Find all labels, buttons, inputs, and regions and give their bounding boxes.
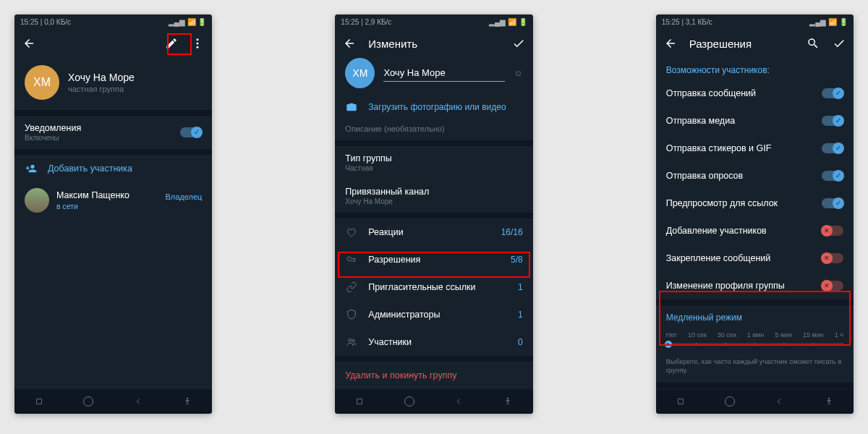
perm-row-4[interactable]: Предпросмотр для ссылок xyxy=(656,190,854,217)
perm-toggle[interactable] xyxy=(822,198,843,208)
admins-row[interactable]: Администраторы 1 xyxy=(335,301,532,328)
members-row[interactable]: Участники 0 xyxy=(335,328,532,356)
confirm-icon[interactable] xyxy=(832,36,846,51)
perm-row-5[interactable]: Добавление участников xyxy=(656,217,854,244)
upload-photo-row[interactable]: Загрузить фотографию или видео xyxy=(335,94,532,120)
linked-channel-row[interactable]: Привязанный канал Хочу На Море xyxy=(335,179,532,213)
status-icons: ▂▄▆ 📶 🔋 xyxy=(809,18,848,26)
notifications-row[interactable]: Уведомления Включены xyxy=(14,116,212,149)
nav-accessibility[interactable] xyxy=(818,391,840,412)
notifications-state: Включены xyxy=(25,134,170,142)
svg-point-2 xyxy=(197,46,199,48)
perm-row-0[interactable]: Отправка сообщений xyxy=(656,80,854,107)
link-icon xyxy=(345,281,358,293)
delete-group-row[interactable]: Удалить и покинуть группу xyxy=(335,362,532,389)
appbar-title: Изменить xyxy=(368,38,499,50)
perm-row-7[interactable]: Изменение профиля группы xyxy=(656,272,854,299)
group-type-value: Частная xyxy=(345,164,522,172)
edit-icon[interactable] xyxy=(164,36,179,51)
nav-home[interactable] xyxy=(719,391,741,412)
slow-mode-slider[interactable]: Нет10 сек30 сек1 мин5 мин15 мин1 ч xyxy=(656,327,854,353)
reactions-row[interactable]: Реакции 16/16 xyxy=(335,218,532,246)
perm-toggle[interactable] xyxy=(822,143,843,153)
perm-label: Добавление участников xyxy=(666,226,812,236)
add-member-label: Добавить участника xyxy=(48,163,132,174)
svg-point-6 xyxy=(507,398,509,399)
nav-accessibility[interactable] xyxy=(497,391,519,412)
perm-label: Изменение профиля группы xyxy=(666,281,812,291)
back-icon[interactable] xyxy=(342,36,357,51)
linked-channel-label: Привязанный канал xyxy=(345,187,522,197)
perm-toggle[interactable] xyxy=(822,281,843,291)
group-type-row[interactable]: Тип группы Частная xyxy=(335,146,532,179)
perm-toggle[interactable] xyxy=(822,88,843,98)
perm-label: Отправка стикеров и GIF xyxy=(666,143,812,153)
perm-toggle[interactable] xyxy=(822,253,843,263)
members-value: 0 xyxy=(518,337,523,347)
add-user-icon xyxy=(25,163,38,174)
avatar[interactable]: ХМ xyxy=(25,65,59,100)
permissions-row[interactable]: Разрешения 5/8 xyxy=(335,246,532,273)
nav-home[interactable] xyxy=(77,391,99,412)
description-input[interactable]: Описание (необязательно) xyxy=(335,120,532,140)
perm-toggle[interactable] xyxy=(822,226,843,236)
svg-point-0 xyxy=(197,38,199,41)
svg-point-4 xyxy=(349,339,352,341)
nav-recent[interactable] xyxy=(670,391,692,412)
group-title-block: Хочу На Море частная группа xyxy=(68,72,135,93)
reactions-value: 16/16 xyxy=(501,227,523,237)
group-name-input[interactable] xyxy=(383,64,505,82)
phone-1-group-info: 15:25 | 0,0 КБ/с ▂▄▆ 📶 🔋 ХМ Хочу На Море… xyxy=(14,14,212,414)
camera-icon xyxy=(345,101,358,113)
statusbar: 15:25 | 2,9 КБ/с ▂▄▆ 📶 🔋 xyxy=(335,14,532,29)
nav-home[interactable] xyxy=(399,391,420,412)
nav-back[interactable] xyxy=(127,391,149,412)
invite-links-label: Пригласительные ссылки xyxy=(368,282,508,292)
add-member-row[interactable]: Добавить участника xyxy=(14,155,212,182)
perm-row-1[interactable]: Отправка медиа xyxy=(656,107,854,135)
status-speed: 2,9 КБ/с xyxy=(365,18,392,26)
svg-point-1 xyxy=(197,43,199,45)
search-icon[interactable] xyxy=(806,36,820,51)
perm-row-6[interactable]: Закрепление сообщений xyxy=(656,244,854,272)
nav-accessibility[interactable] xyxy=(176,391,198,412)
group-header: ХМ Хочу На Море частная группа xyxy=(14,58,212,110)
perm-row-2[interactable]: Отправка стикеров и GIF xyxy=(656,135,854,162)
notifications-toggle[interactable] xyxy=(180,127,202,137)
linked-channel-value: Хочу На Море xyxy=(345,197,522,205)
phone-2-edit-group: 15:25 | 2,9 КБ/с ▂▄▆ 📶 🔋 Изменить ХМ ☺ З… xyxy=(335,14,532,414)
member-avatar xyxy=(25,188,49,213)
confirm-icon[interactable] xyxy=(511,36,526,51)
appbar: Изменить xyxy=(335,29,532,58)
nav-back[interactable] xyxy=(768,391,790,412)
heart-icon xyxy=(345,226,358,238)
slow-option: 10 сек xyxy=(688,331,707,339)
statusbar: 15:25 | 0,0 КБ/с ▂▄▆ 📶 🔋 xyxy=(14,14,212,29)
status-speed: 3,1 КБ/с xyxy=(686,18,712,26)
nav-back[interactable] xyxy=(448,391,469,412)
emoji-icon[interactable]: ☺ xyxy=(514,68,522,78)
invite-links-value: 1 xyxy=(518,282,523,292)
status-icons: ▂▄▆ 📶 🔋 xyxy=(489,18,527,26)
perm-row-3[interactable]: Отправка опросов xyxy=(656,162,854,190)
more-icon[interactable] xyxy=(190,36,205,51)
slow-mode-title: Медленный режим xyxy=(656,305,854,327)
android-navbar xyxy=(335,389,532,414)
back-icon[interactable] xyxy=(22,36,36,51)
nav-recent[interactable] xyxy=(28,391,50,412)
perm-toggle[interactable] xyxy=(822,116,843,126)
svg-point-3 xyxy=(187,398,188,399)
nav-recent[interactable] xyxy=(349,391,370,412)
member-row[interactable]: Максим Пащенко в сети Владелец xyxy=(14,182,212,218)
name-input-row: ХМ ☺ xyxy=(335,58,532,94)
perm-toggle[interactable] xyxy=(822,171,843,181)
svg-point-7 xyxy=(828,398,830,399)
invite-links-row[interactable]: Пригласительные ссылки 1 xyxy=(335,273,532,301)
member-status: в сети xyxy=(56,202,129,210)
avatar[interactable]: ХМ xyxy=(345,58,375,88)
slow-option: Нет xyxy=(666,331,677,339)
svg-point-5 xyxy=(352,339,354,341)
statusbar: 15:25 | 3,1 КБ/с ▂▄▆ 📶 🔋 xyxy=(656,14,854,29)
back-icon[interactable] xyxy=(663,36,678,51)
slow-option: 1 ч xyxy=(835,331,843,339)
